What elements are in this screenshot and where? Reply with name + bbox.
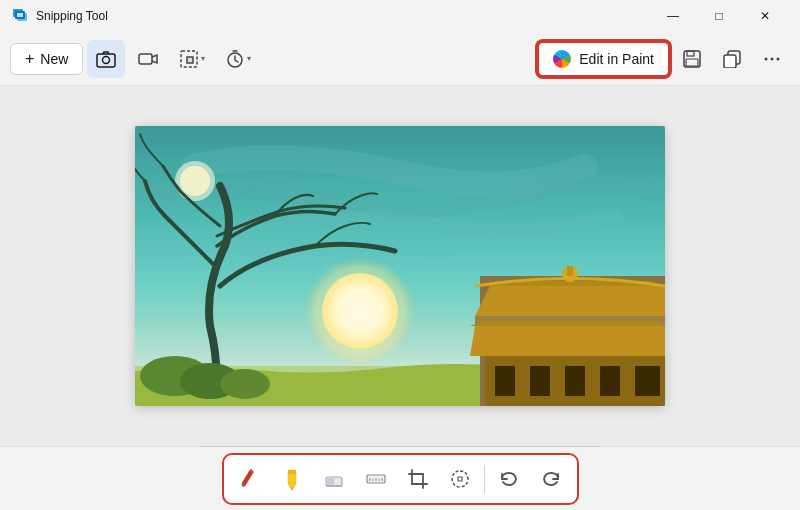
paint-icon [553,50,571,68]
snip-mode-dropdown[interactable]: ▾ [171,43,213,75]
svg-point-26 [220,369,270,399]
highlighter-icon [281,468,303,490]
crop-icon [407,468,429,490]
scene-svg [135,126,665,406]
eraser-tool-button[interactable] [314,459,354,499]
timer-icon [225,49,245,69]
save-icon [683,50,701,68]
camera-icon [96,49,116,69]
more-options-button[interactable] [754,41,790,77]
edit-in-paint-button[interactable]: Edit in Paint [537,41,670,77]
svg-rect-28 [475,316,665,328]
toolbar-divider [484,465,485,493]
eraser-icon [323,468,345,490]
snip-mode-icon [179,49,199,69]
svg-point-39 [562,266,578,282]
svg-rect-33 [485,356,665,406]
scene [135,126,665,406]
svg-marker-30 [475,281,665,286]
svg-rect-40 [567,266,573,276]
svg-rect-2 [15,11,25,19]
content-area [0,86,800,446]
svg-rect-34 [495,366,515,396]
more-icon [763,50,781,68]
undo-icon [498,468,520,490]
bottom-toolbar [0,446,800,510]
timer-dropdown[interactable]: ▾ [217,43,259,75]
title-bar: Snipping Tool — □ ✕ [0,0,800,32]
svg-marker-32 [470,321,665,326]
selection-tool-button[interactable] [440,459,480,499]
svg-rect-36 [565,366,585,396]
minimize-button[interactable]: — [650,0,696,32]
timer-arrow: ▾ [247,54,251,63]
svg-rect-35 [530,366,550,396]
svg-marker-31 [470,326,665,356]
svg-point-17 [777,57,780,60]
svg-rect-37 [600,366,620,396]
copy-button[interactable] [714,41,750,77]
svg-point-22 [180,166,210,196]
highlighter-tool-button[interactable] [272,459,312,499]
undo-button[interactable] [489,459,529,499]
new-button[interactable]: + New [10,43,83,75]
svg-rect-38 [635,366,660,396]
svg-marker-45 [288,483,296,488]
save-button[interactable] [674,41,710,77]
ruler-icon [365,468,387,490]
redo-button[interactable] [531,459,571,499]
plus-icon: + [25,50,34,68]
svg-rect-12 [686,59,698,66]
pen-tool-button[interactable] [230,459,270,499]
screenshot-canvas [135,126,665,406]
svg-rect-23 [135,366,665,406]
new-button-label: New [40,51,68,67]
video-icon [138,49,158,69]
svg-point-24 [140,356,210,396]
svg-point-25 [180,363,240,399]
window-controls: — □ ✕ [650,0,788,32]
close-button[interactable]: ✕ [742,0,788,32]
svg-marker-41 [242,470,253,486]
svg-point-16 [771,57,774,60]
svg-point-15 [765,57,768,60]
ruler-tool-button[interactable] [356,459,396,499]
screenshot-mode-button[interactable] [87,40,125,78]
svg-rect-27 [480,276,665,406]
main-toolbar: + New ▾ ▾ Edit in Paint [0,32,800,86]
svg-rect-14 [724,55,736,68]
pen-icon [239,468,261,490]
copy-icon [723,50,741,68]
svg-rect-7 [139,54,152,64]
svg-rect-18 [135,126,665,406]
svg-rect-49 [326,477,334,486]
crop-tool-button[interactable] [398,459,438,499]
svg-marker-29 [475,286,665,316]
svg-point-19 [305,256,415,366]
maximize-button[interactable]: □ [696,0,742,32]
video-mode-button[interactable] [129,40,167,78]
redo-icon [540,468,562,490]
selection-icon [449,468,471,490]
svg-point-6 [103,56,110,63]
app-icon [12,8,28,24]
edit-in-paint-label: Edit in Paint [579,51,654,67]
app-title: Snipping Tool [36,9,108,23]
svg-rect-46 [288,470,296,474]
svg-point-21 [175,161,215,201]
svg-point-20 [322,273,398,349]
drawing-tools-group [222,453,579,505]
snip-mode-arrow: ▾ [201,54,205,63]
